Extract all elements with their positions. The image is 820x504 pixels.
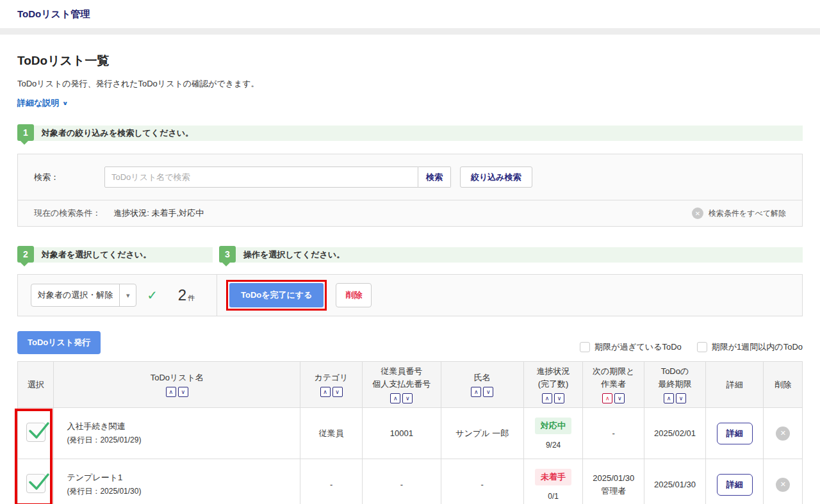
selected-count: 2件: [178, 286, 195, 304]
clear-all-conditions-button[interactable]: ✕ 検索条件をすべて解除: [692, 207, 786, 219]
sort-up-button[interactable]: ∧: [166, 387, 176, 397]
filter-within-week-label: 期限が1週間以内のToDo: [712, 341, 803, 353]
header-category: カテゴリ ∧∨: [300, 362, 363, 408]
header-progress: 進捗状況(完了数) ∧∨: [523, 362, 583, 408]
dropdown-label: 対象者の選択・解除: [31, 284, 119, 306]
header-final-deadline: ToDoの最終期限 ∧∨: [644, 362, 706, 408]
annotation-highlight-box: ToDoを完了にする: [226, 280, 327, 311]
sort-down-button[interactable]: ∨: [614, 393, 625, 403]
sort-down-button[interactable]: ∨: [178, 387, 188, 397]
row-checkbox-checked[interactable]: [26, 474, 45, 493]
checkbox-unchecked-icon: [580, 342, 590, 352]
delete-selected-button[interactable]: 削除: [336, 283, 372, 307]
next-deadline-cell: -: [583, 408, 644, 459]
sort-down-button[interactable]: ∨: [676, 393, 686, 403]
check-icon: [28, 420, 50, 441]
search-row: 検索： 検索 絞り込み検索: [18, 154, 802, 200]
delete-row-icon[interactable]: ✕: [776, 478, 790, 492]
final-deadline-cell: 2025/01/30: [644, 459, 706, 504]
step1-bar: 1 対象者の絞り込みを検索してください。: [17, 126, 803, 141]
search-button[interactable]: 検索: [418, 167, 451, 188]
progress-count: 0/1: [528, 492, 579, 501]
sort-up-button[interactable]: ∧: [542, 393, 552, 403]
next-deadline-cell: 2025/01/30管理者: [583, 459, 644, 504]
progress-count: 9/24: [528, 441, 579, 450]
select-targets-dropdown[interactable]: 対象者の選択・解除 ▾: [31, 284, 136, 307]
sort-down-button[interactable]: ∨: [402, 393, 413, 403]
app-header: ToDoリスト管理: [0, 0, 820, 28]
person-name-cell: サンプル 一郎: [441, 408, 523, 459]
search-panel: 検索： 検索 絞り込み検索 現在の検索条件： 進捗状況: 未着手,対応中 ✕ 検…: [17, 154, 803, 227]
detail-button[interactable]: 詳細: [717, 423, 753, 444]
header-detail: 詳細: [705, 362, 764, 408]
todolist-table-wrap: 選択 ToDoリスト名 ∧∨ カテゴリ ∧∨ 従業員番号個人支払先番号 ∧∨: [17, 361, 803, 504]
sort-up-button[interactable]: ∧: [471, 387, 481, 397]
deadline-filters: 期限が過ぎているToDo 期限が1週間以内のToDo: [580, 341, 803, 354]
step2-label: 対象者を選択してください。: [17, 247, 213, 263]
detail-link-label: 詳細な説明: [17, 97, 59, 109]
app-title: ToDoリスト管理: [17, 8, 90, 20]
chevron-down-icon: ∨: [62, 100, 68, 106]
row-checkbox-checked[interactable]: [26, 423, 45, 442]
steps-row: 2 対象者を選択してください。 3 操作を選択してください。: [17, 247, 803, 263]
filter-within-week-todo[interactable]: 期限が1週間以内のToDo: [697, 341, 803, 353]
search-group: 検索: [104, 167, 451, 188]
delete-cell: ✕: [764, 408, 803, 459]
progress-cell: 未着手 0/1: [523, 459, 583, 504]
select-cell: [18, 408, 54, 459]
table-header-row: 選択 ToDoリスト名 ∧∨ カテゴリ ∧∨ 従業員番号個人支払先番号 ∧∨: [18, 362, 803, 408]
search-label: 検索：: [34, 172, 104, 183]
select-cell: [18, 459, 54, 504]
final-deadline-cell: 2025/02/01: [644, 408, 706, 459]
filter-overdue-label: 期限が過ぎているToDo: [594, 341, 682, 353]
clear-icon: ✕: [692, 207, 703, 219]
sort-up-button[interactable]: ∧: [320, 387, 331, 397]
step1-number-badge: 1: [17, 124, 34, 141]
sort-up-button[interactable]: ∧: [390, 393, 400, 403]
check-icon: [28, 471, 50, 492]
table-row: テンプレート1 (発行日：2025/01/30) - - - 未着手 0/1 2…: [18, 459, 803, 504]
sort-down-button[interactable]: ∨: [554, 393, 564, 403]
sort-up-button-active[interactable]: ∧: [602, 393, 612, 403]
clear-all-label: 検索条件をすべて解除: [709, 208, 786, 219]
selection-controls: 対象者の選択・解除 ▾ ✓ 2件: [18, 275, 217, 316]
advanced-filter-button[interactable]: 絞り込み検索: [460, 167, 532, 188]
detail-cell: 詳細: [705, 408, 764, 459]
step2-bar: 2 対象者を選択してください。: [17, 247, 213, 263]
detail-button[interactable]: 詳細: [717, 474, 753, 496]
step3-number-badge: 3: [219, 246, 236, 263]
todolist-name-cell: 入社手続き関連 (発行日：2025/01/29): [54, 408, 300, 459]
issue-row: ToDoリスト発行 期限が過ぎているToDo 期限が1週間以内のToDo: [17, 331, 803, 354]
header-person-name: 氏名 ∧∨: [441, 362, 523, 408]
todolist-name: 入社手続き関連: [67, 421, 296, 432]
issue-todolist-button[interactable]: ToDoリスト発行: [17, 331, 101, 354]
header-todolist-name: ToDoリスト名 ∧∨: [54, 362, 300, 408]
filter-overdue-todo[interactable]: 期限が過ぎているToDo: [580, 341, 682, 353]
selected-count-number: 2: [178, 286, 186, 304]
todolist-name: テンプレート1: [67, 472, 296, 484]
delete-row-icon[interactable]: ✕: [776, 427, 790, 441]
table-row: 入社手続き関連 (発行日：2025/01/29) 従業員 10001 サンプル …: [18, 408, 803, 459]
main-content: ToDoリスト一覧 ToDoリストの発行、発行されたToDoリストの確認ができま…: [0, 53, 820, 504]
step2-number-badge: 2: [17, 246, 34, 263]
step1-label: 対象者の絞り込みを検索してください。: [17, 126, 803, 141]
search-input[interactable]: [104, 167, 418, 188]
sort-down-button[interactable]: ∨: [483, 387, 493, 397]
step3-label: 操作を選択してください。: [219, 247, 803, 263]
checkbox-unchecked-icon: [697, 342, 707, 352]
sort-up-button[interactable]: ∧: [664, 393, 674, 403]
header-employee-number: 従業員番号個人支払先番号 ∧∨: [362, 362, 441, 408]
selection-check-icon: ✓: [147, 288, 158, 303]
step3-bar: 3 操作を選択してください。: [219, 247, 803, 263]
current-conditions-label: 現在の検索条件：: [34, 207, 101, 219]
detailed-description-link[interactable]: 詳細な説明 ∨: [17, 97, 68, 109]
issued-date: (発行日：2025/01/29): [67, 435, 296, 446]
employee-number-cell: 10001: [362, 408, 441, 459]
complete-todo-button[interactable]: ToDoを完了にする: [229, 283, 324, 307]
page-title: ToDoリスト一覧: [17, 53, 803, 69]
header-divider: [0, 28, 820, 35]
header-next-deadline: 次の期限と作業者 ∧∨: [583, 362, 644, 408]
sort-down-button[interactable]: ∨: [332, 387, 343, 397]
delete-cell: ✕: [764, 459, 803, 504]
todolist-name-cell: テンプレート1 (発行日：2025/01/30): [54, 459, 300, 504]
